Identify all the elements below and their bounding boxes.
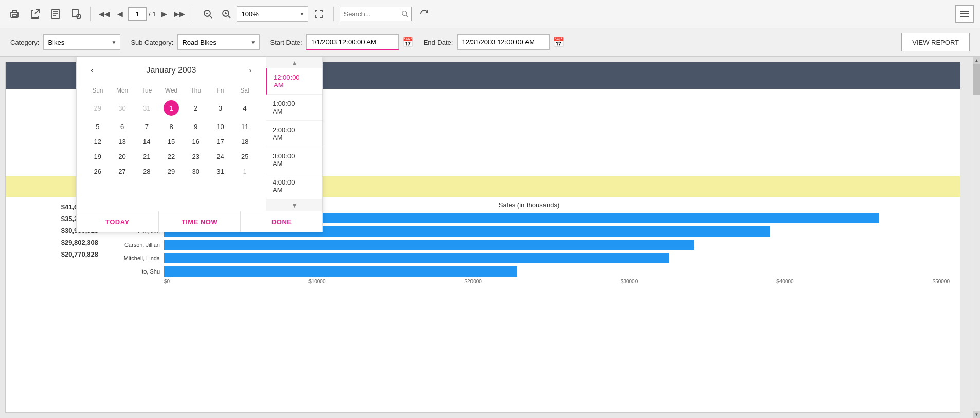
calendar-day-0-5[interactable]: 3 (209, 97, 232, 119)
zoom-out-icon[interactable] (199, 6, 216, 22)
start-date-input[interactable] (306, 34, 399, 50)
calendar-day-3-3[interactable]: 22 (159, 150, 183, 163)
time-scroll-down-button[interactable]: ▼ (266, 199, 322, 211)
prev-page-button[interactable]: ◀ (113, 7, 127, 21)
subcategory-select[interactable]: Road Bikes Mountain Bikes Touring Bikes (177, 34, 260, 50)
chart-label-4: Mitchell, Linda (108, 255, 160, 261)
export-icon[interactable] (27, 6, 43, 22)
calendar-header: ‹ January 2003 › (85, 63, 258, 78)
sales-value-5: $20,770,828 (16, 248, 98, 260)
end-date-calendar-icon[interactable]: 📅 (553, 37, 564, 48)
calendar-day-0-0[interactable]: 29 (86, 97, 110, 119)
first-page-button[interactable]: ◀◀ (97, 7, 112, 21)
svg-line-19 (228, 16, 230, 18)
parameters-bar: Category: Bikes Clothing Accessories ▼ S… (0, 28, 980, 57)
calendar-day-1-4[interactable]: 9 (184, 120, 208, 134)
refresh-icon[interactable] (416, 6, 432, 22)
category-label: Category: (10, 39, 39, 46)
time-item-2am[interactable]: 2:00:00AM (266, 121, 322, 147)
time-item-1am[interactable]: 1:00:00AM (266, 95, 322, 121)
chart-label-3: Carson, Jillian (108, 242, 160, 248)
calendar-day-1-5[interactable]: 10 (209, 120, 232, 134)
time-scroll-up-button[interactable]: ▲ (266, 57, 322, 68)
time-item-12am[interactable]: 12:00:00AM (266, 68, 322, 95)
zoom-select[interactable]: 100% 75% 150% (237, 6, 308, 22)
calendar-day-2-6[interactable]: 18 (233, 135, 257, 149)
calendar-day-4-2[interactable]: 28 (135, 165, 158, 178)
scroll-track[interactable] (973, 64, 981, 411)
chart-label-5: Ito, Shu (108, 268, 160, 275)
calendar-day-1-6[interactable]: 11 (233, 120, 257, 134)
calendar-day-3-6[interactable]: 25 (233, 150, 257, 163)
calendar-day-4-3[interactable]: 29 (159, 165, 183, 178)
calendar-day-2-4[interactable]: 16 (184, 135, 208, 149)
calendar-day-2-2[interactable]: 14 (135, 135, 158, 149)
chart-bar-3 (164, 240, 694, 250)
time-item-3am[interactable]: 3:00:00AM (266, 147, 322, 173)
dow-wed: Wed (159, 85, 183, 96)
time-item-4am[interactable]: 4:00:00AM (266, 173, 322, 199)
time-now-button[interactable]: TIME NOW (159, 211, 241, 232)
svg-rect-7 (72, 9, 78, 17)
calendar-day-0-6[interactable]: 4 (233, 97, 257, 119)
calendar-day-4-6[interactable]: 1 (233, 165, 257, 178)
next-month-button[interactable]: › (243, 63, 258, 78)
end-date-input[interactable] (457, 34, 550, 50)
chart-row-5: Ito, Shu (108, 266, 950, 277)
vertical-scrollbar[interactable]: ▲ ▼ (973, 57, 980, 418)
axis-label-20k: $20000 (465, 279, 482, 284)
calendar-day-0-2[interactable]: 31 (135, 97, 158, 119)
menu-button[interactable] (955, 5, 974, 23)
calendar-day-0-1[interactable]: 30 (111, 97, 134, 119)
datepicker-main: ‹ January 2003 › Sun Mon Tue Wed Thu (77, 57, 322, 211)
calendar-day-1-1[interactable]: 6 (111, 120, 134, 134)
separator-3 (333, 7, 334, 21)
print-icon[interactable] (6, 6, 23, 22)
calendar-day-4-1[interactable]: 27 (111, 165, 134, 178)
calendar-day-3-4[interactable]: 23 (184, 150, 208, 163)
calendar-day-2-0[interactable]: 12 (86, 135, 110, 149)
calendar-day-2-5[interactable]: 17 (209, 135, 232, 149)
last-page-button[interactable]: ▶▶ (172, 7, 187, 21)
calendar-day-4-5[interactable]: 31 (209, 165, 232, 178)
start-date-label: Start Date: (270, 39, 302, 46)
scroll-down-button[interactable]: ▼ (973, 411, 981, 418)
doc-settings-icon[interactable] (68, 6, 84, 22)
document-icon[interactable] (47, 6, 64, 22)
calendar-day-0-3[interactable]: 1 (159, 97, 183, 119)
prev-month-button[interactable]: ‹ (85, 63, 99, 78)
search-input[interactable] (343, 10, 401, 18)
category-select[interactable]: Bikes Clothing Accessories (43, 34, 120, 50)
calendar-day-3-5[interactable]: 24 (209, 150, 232, 163)
calendar-day-3-1[interactable]: 20 (111, 150, 134, 163)
page-number-input[interactable] (128, 7, 147, 21)
done-button[interactable]: DONE (241, 211, 322, 232)
time-scroll-area[interactable]: 12:00:00AM 1:00:00AM 2:00:00AM 3:00:00AM… (266, 68, 322, 199)
scroll-thumb[interactable] (973, 64, 981, 95)
start-date-calendar-icon[interactable]: 📅 (402, 37, 413, 48)
fullscreen-icon[interactable] (311, 6, 327, 22)
calendar-day-3-2[interactable]: 21 (135, 150, 158, 163)
axis-label-10k: $10000 (308, 279, 325, 284)
next-page-button[interactable]: ▶ (157, 7, 171, 21)
end-date-label: End Date: (424, 39, 453, 46)
subcategory-label: Sub Category: (131, 39, 173, 46)
main-area: $41,608,539 $35,294,805 $30,990,518 $29,… (0, 57, 980, 418)
calendar-day-1-2[interactable]: 7 (135, 120, 158, 134)
calendar-day-4-0[interactable]: 26 (86, 165, 110, 178)
page-navigation: ◀◀ ◀ / 1 ▶ ▶▶ (97, 7, 187, 21)
zoom-in-icon[interactable] (218, 6, 234, 22)
calendar-day-1-0[interactable]: 5 (86, 120, 110, 134)
view-report-button[interactable]: VIEW REPORT (901, 33, 970, 51)
search-box[interactable] (340, 7, 412, 21)
svg-point-2 (17, 13, 18, 14)
calendar-day-4-4[interactable]: 30 (184, 165, 208, 178)
today-button[interactable]: TODAY (77, 211, 159, 232)
calendar-day-2-3[interactable]: 15 (159, 135, 183, 149)
chart-axis: $0 $10000 $20000 $30000 $40000 $50000 (108, 279, 950, 284)
calendar-day-3-0[interactable]: 19 (86, 150, 110, 163)
calendar-day-2-1[interactable]: 13 (111, 135, 134, 149)
calendar-day-1-3[interactable]: 8 (159, 120, 183, 134)
scroll-up-button[interactable]: ▲ (973, 57, 981, 64)
calendar-day-0-4[interactable]: 2 (184, 97, 208, 119)
